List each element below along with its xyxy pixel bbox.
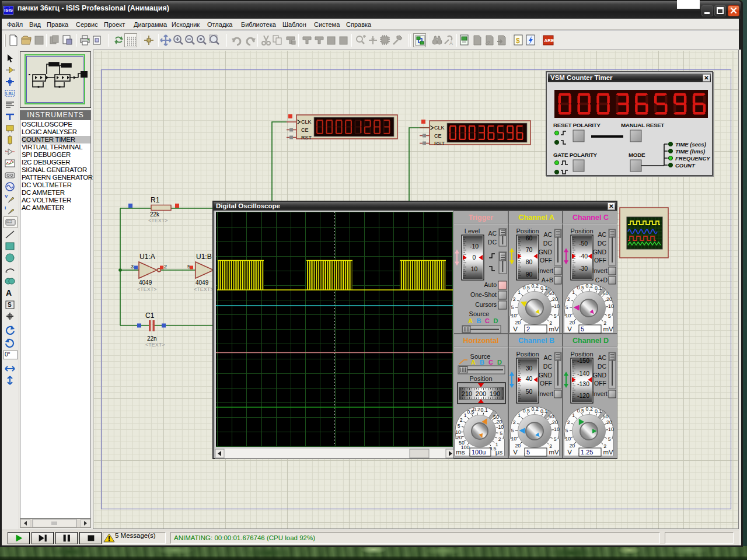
svg-text:GND: GND xyxy=(593,372,607,379)
svg-text:-150: -150 xyxy=(577,357,589,364)
svg-text:2: 2 xyxy=(164,264,167,270)
svg-text:TIME (hms): TIME (hms) xyxy=(675,148,705,155)
svg-text:V: V xyxy=(513,326,518,332)
svg-text:10: 10 xyxy=(455,429,461,435)
svg-text:22n: 22n xyxy=(147,335,157,342)
svg-text:RST: RST xyxy=(434,141,445,146)
svg-text:5: 5 xyxy=(511,428,514,433)
svg-text:Cursors: Cursors xyxy=(475,301,497,308)
svg-text:-30: -30 xyxy=(579,265,588,272)
svg-text:1.25: 1.25 xyxy=(581,449,593,456)
svg-text:20: 20 xyxy=(569,443,575,449)
svg-text:0.2: 0.2 xyxy=(531,283,538,289)
svg-text:80: 80 xyxy=(525,258,532,265)
svg-text:10: 10 xyxy=(471,265,478,272)
svg-text:D: D xyxy=(497,359,502,366)
svg-text:20: 20 xyxy=(552,419,558,425)
svg-text:Channel A: Channel A xyxy=(518,214,554,222)
svg-text:20: 20 xyxy=(515,443,521,449)
svg-text:-130: -130 xyxy=(577,380,589,387)
svg-text:A: A xyxy=(471,359,476,366)
svg-text:<TEXT>: <TEXT> xyxy=(194,286,214,292)
svg-text:10: 10 xyxy=(511,313,516,318)
svg-text:A: A xyxy=(449,40,453,46)
svg-text:mV: mV xyxy=(603,449,613,456)
svg-text:C+D: C+D xyxy=(595,276,608,284)
svg-text:5: 5 xyxy=(566,304,568,310)
svg-text:GATE POLARITY: GATE POLARITY xyxy=(553,152,598,158)
svg-text:50: 50 xyxy=(603,414,609,419)
svg-text:1: 1 xyxy=(572,289,575,295)
svg-text:2: 2 xyxy=(567,296,570,302)
svg-text:5: 5 xyxy=(608,436,611,442)
svg-text:Invert: Invert xyxy=(592,267,608,274)
svg-text:0.2: 0.2 xyxy=(531,406,538,412)
svg-text:10: 10 xyxy=(565,436,571,442)
svg-text:2: 2 xyxy=(512,296,515,302)
svg-text:<TEXT>: <TEXT> xyxy=(148,218,168,223)
svg-text:4049: 4049 xyxy=(196,279,209,286)
svg-text:OFF: OFF xyxy=(594,380,606,387)
svg-text:A: A xyxy=(468,317,473,324)
svg-text:CLK: CLK xyxy=(434,125,445,131)
svg-text:20: 20 xyxy=(515,320,521,326)
svg-text:Channel D: Channel D xyxy=(573,337,609,345)
svg-text:Auto: Auto xyxy=(484,281,497,288)
svg-text:AC: AC xyxy=(598,231,606,238)
svg-text:50: 50 xyxy=(548,414,554,419)
svg-text:2: 2 xyxy=(498,436,501,442)
svg-text:U1:A: U1:A xyxy=(139,253,155,261)
svg-text:5: 5 xyxy=(553,436,556,442)
svg-text:DC: DC xyxy=(543,363,552,370)
svg-text:0.5: 0.5 xyxy=(577,408,584,414)
svg-text:V: V xyxy=(567,326,572,332)
svg-text:ARES: ARES xyxy=(544,38,555,43)
svg-text:Level: Level xyxy=(465,228,480,235)
svg-text:-50: -50 xyxy=(579,240,588,247)
svg-text:10: 10 xyxy=(554,303,560,309)
svg-text:ms: ms xyxy=(456,449,465,456)
svg-text:MODE: MODE xyxy=(629,152,645,158)
svg-text:OFF: OFF xyxy=(594,257,606,264)
svg-text:FREQUENCY: FREQUENCY xyxy=(675,155,711,162)
svg-text:10: 10 xyxy=(565,313,571,318)
svg-text:DC: DC xyxy=(598,240,607,247)
svg-text:CE: CE xyxy=(434,133,442,139)
svg-text:<TEXT>: <TEXT> xyxy=(145,342,165,348)
svg-text:CE: CE xyxy=(301,127,309,133)
svg-text:B: B xyxy=(477,317,481,324)
svg-text:-10: -10 xyxy=(470,243,479,250)
svg-text:2: 2 xyxy=(567,419,570,425)
svg-text:5: 5 xyxy=(566,428,568,433)
svg-text:10: 10 xyxy=(608,303,614,309)
svg-text:3: 3 xyxy=(131,264,134,270)
svg-text:mV: mV xyxy=(549,449,559,456)
svg-text:GND: GND xyxy=(593,249,607,256)
svg-text:190: 190 xyxy=(490,390,500,397)
svg-text:COUNT: COUNT xyxy=(675,162,696,169)
svg-text:U1:B: U1:B xyxy=(196,253,212,261)
svg-text:-120: -120 xyxy=(577,392,589,399)
svg-text:1: 1 xyxy=(464,412,467,418)
svg-text:S: S xyxy=(8,302,12,308)
svg-text:20: 20 xyxy=(456,435,462,440)
svg-text:90: 90 xyxy=(525,271,532,278)
svg-text:I: I xyxy=(5,205,6,211)
svg-text:C1: C1 xyxy=(145,312,155,320)
svg-text:Position: Position xyxy=(516,351,539,358)
svg-text:70: 70 xyxy=(525,246,532,253)
svg-text:5: 5 xyxy=(511,304,514,310)
svg-text:R1: R1 xyxy=(151,196,160,204)
svg-text:V: V xyxy=(5,194,8,199)
svg-text:V: V xyxy=(513,449,518,456)
svg-text:2: 2 xyxy=(512,419,515,425)
svg-text:D: D xyxy=(494,317,498,324)
svg-text:DC: DC xyxy=(543,240,552,247)
svg-text:4049: 4049 xyxy=(139,279,152,286)
svg-text:5: 5 xyxy=(500,430,502,436)
svg-text:$: $ xyxy=(516,37,520,45)
svg-text:-40: -40 xyxy=(579,253,588,260)
svg-text:One-Shot: One-Shot xyxy=(470,291,497,298)
svg-text:Position: Position xyxy=(570,228,593,235)
svg-text:0.1: 0.1 xyxy=(540,408,547,414)
